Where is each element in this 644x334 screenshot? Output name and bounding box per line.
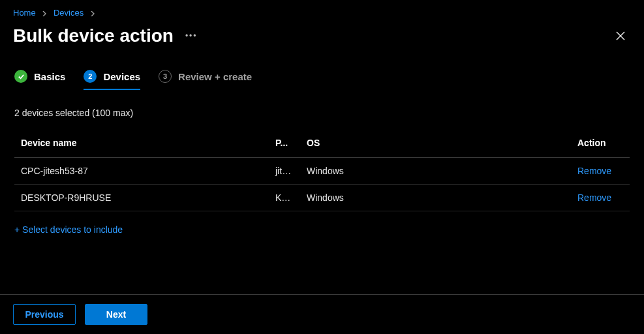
devices-table: Device name P... OS Action CPC-jitesh53-… xyxy=(14,129,630,211)
more-menu-icon[interactable]: ••• xyxy=(185,31,198,40)
breadcrumb-home[interactable]: Home xyxy=(13,8,36,18)
tab-basics-label: Basics xyxy=(34,71,65,82)
col-action: Action xyxy=(571,129,630,158)
select-devices-link[interactable]: + Select devices to include xyxy=(0,211,644,248)
table-row: DESKTOP-R9HRUSE Kan... Windows Remove xyxy=(14,185,630,211)
step-number-icon: 3 xyxy=(159,70,172,83)
close-button[interactable] xyxy=(610,25,631,46)
remove-link[interactable]: Remove xyxy=(577,192,611,203)
chevron-right-icon xyxy=(42,10,47,18)
wizard-tabs: Basics 2 Devices 3 Review + create xyxy=(0,70,644,96)
check-icon xyxy=(14,70,27,83)
tab-review-create[interactable]: 3 Review + create xyxy=(159,70,252,89)
wizard-footer: Previous Next xyxy=(0,294,644,334)
tab-devices[interactable]: 2 Devices xyxy=(84,70,140,89)
cell-primary-user: Kan... xyxy=(269,185,300,211)
cell-device-name: CPC-jitesh53-87 xyxy=(14,158,269,185)
cell-device-name: DESKTOP-R9HRUSE xyxy=(14,185,269,211)
page-header: Bulk device action ••• xyxy=(0,23,644,63)
cell-os: Windows xyxy=(300,158,571,185)
tab-review-label: Review + create xyxy=(178,71,252,82)
next-button[interactable]: Next xyxy=(85,304,147,325)
tab-basics[interactable]: Basics xyxy=(14,70,65,89)
previous-button[interactable]: Previous xyxy=(13,304,76,325)
cell-os: Windows xyxy=(300,185,571,211)
remove-link[interactable]: Remove xyxy=(577,166,611,176)
cell-primary-user: jite... xyxy=(269,158,300,185)
breadcrumb-devices[interactable]: Devices xyxy=(54,8,84,18)
table-header-row: Device name P... OS Action xyxy=(14,129,630,158)
page-title: Bulk device action xyxy=(13,25,174,46)
col-primary-user[interactable]: P... xyxy=(269,129,300,158)
table-row: CPC-jitesh53-87 jite... Windows Remove xyxy=(14,158,630,185)
tab-devices-label: Devices xyxy=(103,71,140,82)
chevron-right-icon xyxy=(90,10,95,18)
selection-status: 2 devices selected (100 max) xyxy=(0,96,644,129)
breadcrumb: Home Devices xyxy=(0,0,644,23)
col-os[interactable]: OS xyxy=(300,129,571,158)
step-number-icon: 2 xyxy=(84,70,97,83)
close-icon xyxy=(615,31,626,41)
col-device-name[interactable]: Device name xyxy=(14,129,269,158)
